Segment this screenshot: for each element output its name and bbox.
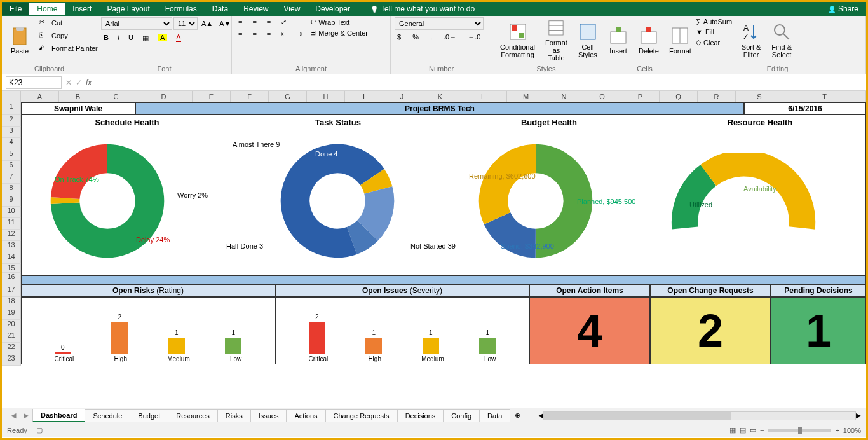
- sheet-tab-decisions[interactable]: Decisions: [397, 409, 444, 422]
- col-header[interactable]: S: [736, 91, 783, 102]
- zoom-slider[interactable]: [768, 429, 831, 432]
- col-header[interactable]: Q: [660, 91, 698, 102]
- align-middle-button[interactable]: ≡: [250, 17, 259, 27]
- sheet-tab-issues[interactable]: Issues: [250, 409, 287, 422]
- col-header[interactable]: K: [421, 91, 459, 102]
- view-page-layout-icon[interactable]: ▤: [740, 426, 746, 434]
- add-sheet-button[interactable]: ⊕: [510, 411, 526, 420]
- delete-cells-button[interactable]: Delete: [635, 17, 663, 63]
- formula-cancel-button[interactable]: ✕: [65, 78, 72, 87]
- tab-insert[interactable]: Insert: [65, 3, 99, 15]
- row-header[interactable]: 2: [2, 115, 21, 127]
- col-header[interactable]: R: [698, 91, 736, 102]
- share-button[interactable]: Share: [820, 3, 866, 15]
- col-header[interactable]: E: [193, 91, 231, 102]
- col-header[interactable]: J: [383, 91, 421, 102]
- decrease-indent-button[interactable]: ⇤: [278, 29, 289, 39]
- increase-indent-button[interactable]: ⇥: [294, 29, 305, 39]
- align-top-button[interactable]: ≡: [236, 17, 245, 27]
- align-left-button[interactable]: ≡: [236, 29, 245, 39]
- sheet-tab-resources[interactable]: Resources: [168, 409, 218, 422]
- number-format-select[interactable]: General: [395, 17, 484, 30]
- autosum-button[interactable]: ∑AutoSum: [693, 17, 735, 26]
- scroll-thumb[interactable]: [544, 412, 731, 420]
- select-all-corner[interactable]: [2, 91, 21, 102]
- horizontal-scrollbar[interactable]: ◀ ▶: [538, 411, 861, 420]
- sheet-tab-budget[interactable]: Budget: [130, 409, 168, 422]
- fill-color-button[interactable]: A: [155, 33, 170, 42]
- tell-me[interactable]: Tell me what you want to do: [358, 4, 820, 13]
- row-header[interactable]: 6: [2, 161, 21, 172]
- sheet-tab-dashboard[interactable]: Dashboard: [32, 409, 85, 422]
- merge-center-button[interactable]: ⊞Merge & Center: [308, 28, 370, 38]
- fx-button[interactable]: fx: [86, 78, 92, 87]
- decrease-decimal-button[interactable]: ←.0: [465, 32, 483, 41]
- align-center-button[interactable]: ≡: [250, 29, 259, 39]
- formula-input[interactable]: [95, 76, 862, 89]
- row-header[interactable]: 22: [2, 343, 21, 354]
- orientation-button[interactable]: ⤢: [278, 17, 289, 27]
- col-header[interactable]: P: [621, 91, 660, 102]
- worksheet[interactable]: Swapnil Wale Project BRMS Tech 6/15/2016…: [21, 102, 866, 408]
- col-header[interactable]: M: [507, 91, 545, 102]
- scroll-left-button[interactable]: ◀: [538, 411, 543, 420]
- decrease-font-button[interactable]: A▼: [217, 17, 233, 30]
- row-header[interactable]: 19: [2, 308, 21, 320]
- row-header[interactable]: 5: [2, 149, 21, 161]
- find-select-button[interactable]: Find & Select: [768, 17, 796, 63]
- col-header[interactable]: D: [135, 91, 193, 102]
- col-header[interactable]: F: [231, 91, 269, 102]
- row-header[interactable]: 15: [2, 264, 21, 273]
- cell-styles-button[interactable]: Cell Styles: [574, 17, 602, 63]
- conditional-formatting-button[interactable]: Conditional Formatting: [496, 17, 539, 63]
- clear-button[interactable]: ◇Clear: [693, 38, 735, 47]
- col-header[interactable]: A: [21, 91, 59, 102]
- row-header[interactable]: 16: [2, 273, 21, 285]
- row-header[interactable]: 1: [2, 102, 21, 115]
- tab-formulas[interactable]: Formulas: [158, 3, 205, 15]
- tab-home[interactable]: Home: [29, 3, 65, 15]
- row-header[interactable]: 17: [2, 285, 21, 297]
- col-header[interactable]: G: [269, 91, 307, 102]
- macro-record-icon[interactable]: ▢: [36, 426, 43, 434]
- sheet-tab-schedule[interactable]: Schedule: [85, 409, 130, 422]
- border-button[interactable]: ▦: [140, 33, 151, 43]
- view-page-break-icon[interactable]: ▭: [750, 426, 756, 434]
- zoom-thumb[interactable]: [798, 427, 802, 434]
- font-size-select[interactable]: 11: [173, 17, 198, 30]
- col-header[interactable]: L: [459, 91, 507, 102]
- row-header[interactable]: 14: [2, 252, 21, 264]
- col-header[interactable]: C: [97, 91, 135, 102]
- row-header[interactable]: 3: [2, 127, 21, 138]
- sheet-tab-config[interactable]: Config: [443, 409, 480, 422]
- bold-button[interactable]: B: [101, 33, 111, 42]
- row-header[interactable]: 8: [2, 184, 21, 195]
- insert-cells-button[interactable]: Insert: [604, 17, 632, 63]
- zoom-in-button[interactable]: +: [835, 427, 839, 434]
- col-header[interactable]: I: [345, 91, 383, 102]
- format-painter-button[interactable]: Format Painter: [36, 43, 100, 54]
- copy-button[interactable]: Copy: [36, 30, 100, 41]
- sheet-tab-risks[interactable]: Risks: [217, 409, 251, 422]
- sheet-nav-next[interactable]: ▶: [20, 411, 32, 420]
- col-header[interactable]: O: [583, 91, 621, 102]
- row-header[interactable]: 18: [2, 297, 21, 308]
- row-header[interactable]: 13: [2, 241, 21, 252]
- zoom-level[interactable]: 100%: [843, 427, 861, 434]
- row-header[interactable]: 12: [2, 230, 21, 241]
- row-header[interactable]: 21: [2, 331, 21, 343]
- col-header[interactable]: B: [59, 91, 97, 102]
- font-name-select[interactable]: Arial: [101, 17, 172, 30]
- zoom-out-button[interactable]: −: [760, 427, 764, 434]
- row-header[interactable]: 7: [2, 172, 21, 184]
- currency-button[interactable]: $: [395, 32, 403, 41]
- paste-button[interactable]: Paste: [6, 17, 34, 63]
- tab-view[interactable]: View: [276, 3, 308, 15]
- sheet-tab-actions[interactable]: Actions: [286, 409, 325, 422]
- sheet-tab-data[interactable]: Data: [479, 409, 510, 422]
- italic-button[interactable]: I: [115, 33, 122, 42]
- comma-button[interactable]: ,: [428, 32, 435, 41]
- tab-page-layout[interactable]: Page Layout: [99, 3, 157, 15]
- scroll-right-button[interactable]: ▶: [856, 411, 861, 420]
- percent-button[interactable]: %: [410, 32, 421, 41]
